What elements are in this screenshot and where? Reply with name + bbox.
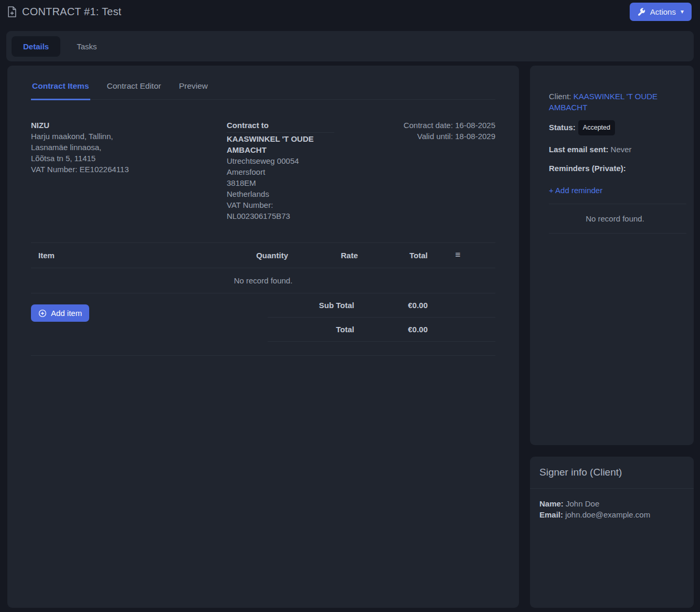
right-sidebar: Client: KAASWINKEL 'T OUDE AMBACHT Statu… bbox=[530, 66, 694, 608]
signer-info-panel: Signer info (Client) Name: John Doe Emai… bbox=[530, 457, 694, 608]
items-empty-message: No record found. bbox=[31, 268, 495, 293]
signer-name-value: John Doe bbox=[566, 499, 599, 508]
column-rate: Rate bbox=[288, 251, 358, 260]
last-email-value: Never bbox=[611, 145, 632, 154]
company-vat-number: VAT Number: EE102264113 bbox=[31, 164, 227, 175]
contract-to-label: Contract to bbox=[227, 120, 334, 133]
client-address-line: Amersfoort bbox=[227, 166, 334, 177]
totals-table: Sub Total €0.00 Total €0.00 bbox=[268, 293, 495, 342]
client-vat-number: VAT Number: NL002306175B73 bbox=[227, 199, 334, 221]
last-email-label: Last email sent: bbox=[549, 145, 608, 154]
contract-date-line: Contract date: 16-08-2025 bbox=[334, 120, 495, 131]
status-label: Status: bbox=[549, 123, 576, 132]
add-reminder-label: Add reminder bbox=[555, 186, 602, 195]
plus-icon: + bbox=[549, 186, 554, 195]
total-row: Total €0.00 bbox=[268, 318, 495, 342]
subtotal-row: Sub Total €0.00 bbox=[268, 293, 495, 318]
company-address-line: Lasnamäe linnaosa, bbox=[31, 142, 227, 153]
wrench-icon bbox=[638, 8, 645, 16]
tab-tasks[interactable]: Tasks bbox=[65, 36, 108, 57]
subtotal-value: €0.00 bbox=[354, 301, 428, 310]
contract-date-value: 16-08-2025 bbox=[455, 121, 495, 130]
actions-button[interactable]: Actions ▾ bbox=[630, 3, 692, 21]
company-address: NIZU Harju maakond, Tallinn, Lasnamäe li… bbox=[31, 120, 227, 221]
tab-details[interactable]: Details bbox=[12, 36, 60, 57]
column-quantity: Quantity bbox=[218, 251, 288, 260]
signer-email-label: Email: bbox=[539, 510, 563, 519]
signer-name-line: Name: John Doe bbox=[539, 498, 684, 509]
tab-contract-editor[interactable]: Contract Editor bbox=[106, 81, 162, 99]
contract-to-address: Contract to KAASWINKEL 'T OUDE AMBACHT U… bbox=[227, 120, 334, 221]
add-item-label: Add item bbox=[51, 309, 82, 318]
last-email-line: Last email sent: Never bbox=[549, 144, 681, 155]
valid-until-value: 18-08-2029 bbox=[455, 132, 495, 141]
total-value: €0.00 bbox=[354, 325, 428, 334]
reminders-label: Reminders (Private): bbox=[549, 164, 626, 173]
contract-details-panel: Contract Items Contract Editor Preview N… bbox=[7, 66, 519, 608]
divider bbox=[549, 233, 686, 234]
page-tabs: Details Tasks bbox=[6, 31, 694, 61]
content-tabs: Contract Items Contract Editor Preview bbox=[31, 81, 495, 100]
column-item: Item bbox=[38, 251, 218, 260]
add-reminder-link[interactable]: + Add reminder bbox=[549, 185, 602, 196]
title-wrap: CONTRACT #1: Test bbox=[7, 6, 121, 18]
menu-icon[interactable]: ≡ bbox=[428, 251, 488, 260]
contract-dates: Contract date: 16-08-2025 Valid until: 1… bbox=[334, 120, 495, 221]
file-plus-icon bbox=[7, 6, 17, 17]
reminders-empty-message: No record found. bbox=[549, 204, 681, 225]
add-item-button[interactable]: Add item bbox=[31, 304, 89, 322]
items-table-header: Item Quantity Rate Total ≡ bbox=[31, 242, 495, 268]
signer-name-label: Name: bbox=[539, 499, 564, 508]
client-label: Client: bbox=[549, 92, 571, 101]
content-area: Contract Items Contract Editor Preview N… bbox=[7, 66, 694, 608]
subtotal-label: Sub Total bbox=[268, 301, 354, 310]
page-title: CONTRACT #1: Test bbox=[22, 6, 121, 18]
company-address-line: Lõõtsa tn 5, 11415 bbox=[31, 153, 227, 164]
client-address-line: Netherlands bbox=[227, 188, 334, 199]
caret-down-icon: ▾ bbox=[681, 8, 684, 15]
client-line: Client: KAASWINKEL 'T OUDE AMBACHT bbox=[549, 91, 681, 113]
reminders-line: Reminders (Private): bbox=[549, 163, 681, 174]
addresses-section: NIZU Harju maakond, Tallinn, Lasnamäe li… bbox=[31, 120, 495, 221]
contract-date-label: Contract date: bbox=[404, 121, 453, 130]
company-address-line: Harju maakond, Tallinn, bbox=[31, 131, 227, 142]
status-line: Status:Accepted bbox=[549, 121, 681, 136]
client-address-line: Utrechtseweg 00054 bbox=[227, 155, 334, 166]
signer-panel-title: Signer info (Client) bbox=[530, 457, 694, 489]
actions-label: Actions bbox=[650, 7, 676, 16]
valid-until-line: Valid until: 18-08-2029 bbox=[334, 131, 495, 142]
tab-contract-items[interactable]: Contract Items bbox=[31, 81, 90, 100]
tab-preview[interactable]: Preview bbox=[178, 81, 209, 99]
signer-details: Name: John Doe Email: john.doe@example.c… bbox=[530, 489, 694, 530]
column-total: Total bbox=[358, 251, 428, 260]
contract-meta-panel: Client: KAASWINKEL 'T OUDE AMBACHT Statu… bbox=[530, 66, 694, 445]
circle-plus-icon bbox=[38, 309, 47, 318]
signer-email-value: john.doe@example.com bbox=[565, 510, 650, 519]
valid-until-label: Valid until: bbox=[417, 132, 453, 141]
company-name: NIZU bbox=[31, 120, 227, 131]
items-section: Item Quantity Rate Total ≡ No record fou… bbox=[31, 242, 495, 356]
divider bbox=[31, 355, 495, 356]
signer-email-line: Email: john.doe@example.com bbox=[539, 509, 684, 520]
client-address-line: 3818EM bbox=[227, 177, 334, 188]
items-footer: Add item Sub Total €0.00 Total €0.00 bbox=[31, 293, 495, 342]
app-header: CONTRACT #1: Test Actions ▾ bbox=[0, 0, 700, 23]
total-label: Total bbox=[268, 325, 354, 334]
client-company-name: KAASWINKEL 'T OUDE AMBACHT bbox=[227, 133, 334, 155]
status-badge: Accepted bbox=[578, 120, 615, 135]
